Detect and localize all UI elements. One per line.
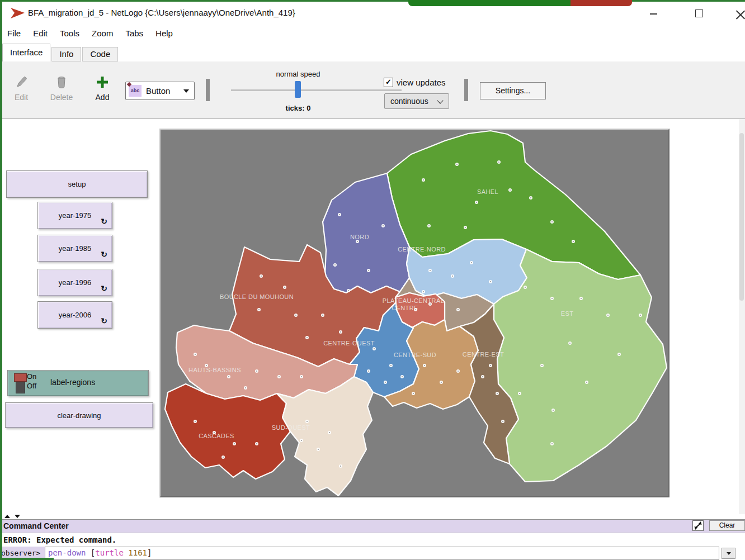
menu-bar: FileEditToolsZoomTabsHelp bbox=[1, 25, 179, 42]
town-dot-center bbox=[307, 421, 308, 422]
region-label-plateau-central: PLATEAU-CENTRAL bbox=[383, 297, 444, 304]
command-input[interactable]: pen-down [turtle 1161] bbox=[45, 547, 719, 560]
town-dot-center bbox=[413, 393, 414, 394]
command-center-output: ERROR: Expected command. bbox=[0, 533, 745, 547]
year-1996-button[interactable]: year-1996↻ bbox=[37, 269, 112, 296]
speed-slider-thumb[interactable] bbox=[295, 81, 301, 98]
region-label-sahel: SAHEL bbox=[477, 188, 498, 195]
world-view[interactable]: SAHELNORDCENTRE-NORDESTBOUCLE DU MOUHOUN… bbox=[159, 129, 669, 497]
town-dot-center bbox=[329, 432, 330, 433]
maximize-button[interactable] bbox=[695, 10, 703, 17]
region-label-nord: NORD bbox=[350, 234, 369, 240]
town-dot-center bbox=[619, 354, 620, 355]
command-center-header: Command Center bbox=[0, 519, 745, 533]
tab-code[interactable]: Code bbox=[82, 47, 118, 61]
close-button[interactable] bbox=[736, 9, 745, 18]
region-label-centre-ouest: CENTRE-OUEST bbox=[323, 340, 375, 347]
forever-icon: ↻ bbox=[101, 284, 107, 293]
vertical-scrollbar[interactable] bbox=[739, 119, 745, 514]
region-label-boucle-du-mouhoun: BOUCLE DU MOUHOUN bbox=[220, 293, 294, 300]
clear-command-center-button[interactable]: Clear bbox=[709, 520, 745, 531]
widget-type-value: Button bbox=[146, 86, 170, 96]
edit-widget-button[interactable]: Edit bbox=[7, 75, 36, 102]
command-token: 1161 bbox=[124, 548, 147, 557]
town-dot-center bbox=[607, 315, 609, 316]
town-dot-center bbox=[402, 376, 403, 377]
scrollbar-thumb[interactable] bbox=[739, 133, 744, 301]
edit-label: Edit bbox=[15, 93, 28, 102]
town-dot-center bbox=[551, 298, 553, 299]
tab-interface[interactable]: Interface bbox=[2, 44, 50, 61]
town-dot-center bbox=[430, 270, 431, 271]
setup-button[interactable]: setup bbox=[6, 170, 148, 198]
capture-border-top bbox=[0, 0, 745, 2]
town-dot-center bbox=[452, 276, 453, 277]
minimize-button[interactable] bbox=[650, 13, 657, 15]
detach-command-center-button[interactable] bbox=[692, 520, 704, 531]
menu-tools[interactable]: Tools bbox=[54, 25, 86, 38]
town-dot-center bbox=[640, 315, 641, 316]
town-dot-center bbox=[428, 225, 430, 226]
town-dot-center bbox=[586, 382, 587, 383]
region-label-cascades: CASCADES bbox=[199, 433, 234, 439]
town-dot-center bbox=[234, 443, 235, 444]
town-dot-center bbox=[334, 264, 336, 265]
town-dot-center bbox=[497, 393, 498, 394]
region-label-sud-ouest: SUD-OUEST bbox=[272, 424, 310, 431]
settings-button[interactable]: Settings... bbox=[480, 82, 546, 99]
burkina-faso-map: SAHELNORDCENTRE-NORDESTBOUCLE DU MOUHOUN… bbox=[161, 130, 668, 496]
year-1985-button[interactable]: year-1985↻ bbox=[37, 235, 112, 262]
town-dot-center bbox=[284, 287, 285, 288]
clear-drawing-button[interactable]: clear-drawing bbox=[5, 402, 153, 428]
tab-info[interactable]: Info bbox=[51, 47, 81, 61]
town-dot-center bbox=[318, 449, 319, 450]
town-dot-center bbox=[573, 241, 574, 242]
town-dot-center bbox=[424, 365, 425, 366]
town-dot-center bbox=[322, 315, 323, 316]
region-label-est: EST bbox=[561, 310, 574, 317]
menu-edit[interactable]: Edit bbox=[27, 25, 54, 38]
add-widget-button[interactable]: Add bbox=[88, 75, 117, 102]
town-dot-center bbox=[551, 443, 553, 444]
year-1975-button[interactable]: year-1975↻ bbox=[37, 202, 112, 229]
town-dot-center bbox=[530, 197, 531, 198]
view-updates-checkbox[interactable]: ✓ bbox=[384, 78, 393, 87]
forever-icon: ↻ bbox=[101, 316, 107, 325]
switch-off-label: Off bbox=[27, 382, 36, 390]
town-dot-center bbox=[490, 281, 491, 282]
switch-knob[interactable] bbox=[14, 373, 27, 382]
menu-zoom[interactable]: Zoom bbox=[86, 25, 119, 38]
forever-icon: ↻ bbox=[101, 250, 107, 259]
splitter-up-arrow-icon[interactable] bbox=[4, 515, 10, 518]
town-dot-center bbox=[195, 421, 196, 422]
town-dot-center bbox=[456, 164, 458, 165]
update-mode-value: continuous bbox=[390, 97, 428, 106]
delete-widget-button[interactable]: Delete bbox=[47, 75, 76, 102]
region-label-centre: CENTRE bbox=[392, 305, 418, 311]
menu-tabs[interactable]: Tabs bbox=[119, 25, 149, 38]
menu-help[interactable]: Help bbox=[149, 25, 179, 38]
button-label: year-1985 bbox=[59, 244, 92, 253]
speed-label: normal speed bbox=[242, 70, 354, 78]
command-history-button[interactable] bbox=[722, 548, 735, 559]
splitter-down-arrow-icon[interactable] bbox=[15, 515, 20, 518]
town-dot-center bbox=[261, 276, 262, 277]
trash-icon bbox=[47, 75, 76, 91]
speed-slider-track[interactable] bbox=[231, 89, 402, 91]
update-mode-dropdown[interactable]: continuous bbox=[384, 93, 449, 109]
label-regions-switch[interactable]: On Off label-regions bbox=[7, 370, 149, 396]
window-title: BFA_migration_jd_5 - NetLogo {C:\Users\j… bbox=[28, 8, 295, 17]
status-pill bbox=[408, 0, 632, 6]
command-center-title: Command Center bbox=[0, 520, 745, 532]
netlogo-logo-icon bbox=[10, 7, 26, 20]
town-dot-center bbox=[368, 270, 369, 271]
add-label: Add bbox=[96, 93, 110, 102]
town-dot-center bbox=[348, 290, 349, 291]
command-token: turtle bbox=[95, 548, 124, 557]
widget-type-dropdown[interactable]: abc Button bbox=[125, 82, 195, 100]
button-label: year-1996 bbox=[59, 278, 92, 287]
menu-file[interactable]: File bbox=[1, 25, 27, 38]
toolbar: Edit Delete Add abc Button normal speed … bbox=[0, 61, 745, 119]
region-label-hauts-bassins: HAUTS-BASSINS bbox=[188, 367, 241, 373]
year-2006-button[interactable]: year-2006↻ bbox=[37, 301, 112, 329]
